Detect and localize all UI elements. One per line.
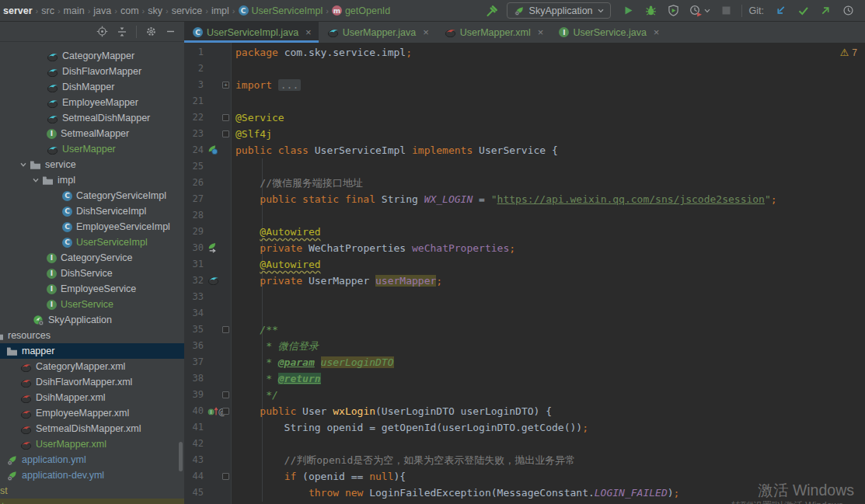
hide-panel-minus-icon[interactable] [166,26,176,36]
tree-item[interactable]: ISetmealMapper [0,126,184,141]
code-line[interactable]: 31 @Autowired [184,256,865,273]
code-line[interactable]: 24public class UserServiceImpl implement… [184,142,865,158]
profiler-button[interactable] [689,3,712,19]
line-number[interactable]: 40 [184,403,207,419]
fold-expand-icon[interactable]: + [222,82,229,89]
line-number[interactable]: 42 [184,436,207,452]
line-number[interactable]: 3 [184,77,207,93]
autowired-gutter-icon[interactable] [208,242,218,253]
fold-collapse-icon[interactable] [222,391,229,398]
line-number[interactable]: 30 [184,240,207,256]
code-line[interactable]: 22@Service [184,109,865,126]
chevron-down-icon[interactable] [32,176,40,184]
line-number[interactable]: 1 [184,44,207,61]
collapse-all-icon[interactable] [117,26,127,37]
line-number[interactable]: 35 [184,322,207,338]
tree-item[interactable]: SetmealDishMapper.xml [0,421,184,436]
code-editor[interactable]: 1package com.sky.service.impl;23+import … [184,43,865,504]
code-line[interactable]: 21 [184,93,865,109]
tree-item[interactable]: DishMapper [0,79,184,95]
tree-item[interactable]: application.yml [0,452,184,468]
fold-collapse-icon[interactable] [222,408,229,415]
spring-bean-gutter-icon[interactable] [208,144,218,155]
settings-gear-icon[interactable] [145,26,157,37]
code-line[interactable]: 28 [184,207,865,224]
line-number[interactable]: 24 [184,142,207,158]
breadcrumb-item[interactable]: service [172,5,203,16]
breadcrumb-item[interactable]: impl [211,5,229,16]
tree-item[interactable]: CategoryMapper [0,48,184,64]
close-icon[interactable]: × [654,27,660,37]
line-number[interactable]: 32 [184,273,207,289]
fold-collapse-icon[interactable] [222,473,229,480]
code-line[interactable]: 30 private WeChatProperties weChatProper… [184,240,865,256]
tree-item[interactable]: ICategoryService [0,250,184,266]
run-with-coverage-button[interactable] [666,3,682,19]
line-number[interactable]: 45 [184,485,207,501]
line-number[interactable]: 46 [184,501,207,504]
line-number[interactable]: 25 [184,158,207,175]
code-line[interactable]: 29 @Autowired [184,224,865,240]
code-line[interactable]: 33 [184,289,865,305]
line-number[interactable]: 21 [184,93,207,109]
tree-item[interactable]: EmployeeMapper [0,95,184,110]
tree-item[interactable]: application-dev.yml [0,468,184,483]
line-number[interactable]: 2 [184,61,207,77]
code-line[interactable]: 42 [184,436,865,452]
code-line[interactable]: 37 * @param userLoginDTO [184,354,865,370]
close-icon[interactable]: × [538,27,544,37]
breadcrumb-item[interactable]: CUserServiceImpl [239,5,323,16]
tree-item[interactable]: SkyApplication [0,312,184,328]
code-line[interactable]: 41 String openid = getOpenId(userLoginDT… [184,419,865,436]
line-number[interactable]: 26 [184,175,207,191]
code-line[interactable]: 1package com.sky.service.impl; [184,44,865,61]
tree-item[interactable]: UserMapper.xml [0,436,184,452]
run-configuration-select[interactable]: SkyApplication [507,2,611,19]
code-line[interactable]: 27 public static final String WX_LOGIN =… [184,191,865,207]
code-line[interactable]: 43 //判断openid是否为空，如果为空表示登陆失败，抛出业务异常 [184,452,865,468]
line-number[interactable]: 38 [184,370,207,387]
tree-item[interactable]: SetmealDishMapper [0,110,184,126]
locate-target-icon[interactable] [96,26,108,37]
fold-collapse-icon[interactable] [222,114,229,121]
tree-item[interactable]: CCategoryServiceImpl [0,188,184,203]
breadcrumb[interactable]: server›src›main›java›com›sky›service›imp… [0,5,390,16]
line-number[interactable]: 39 [184,387,207,403]
editor-tab[interactable]: UserMapper.xml× [436,22,551,43]
git-push-button[interactable] [818,3,833,19]
code-line[interactable]: 25 [184,158,865,175]
breadcrumb-item[interactable]: com [120,5,139,16]
code-line[interactable]: 36 * 微信登录 [184,338,865,354]
stop-button[interactable] [719,3,734,19]
breadcrumb-item[interactable]: java [93,5,111,16]
tree-item[interactable]: IEmployeeService [0,281,184,297]
tree-scrollbar[interactable] [179,442,183,471]
fold-collapse-icon[interactable] [222,326,229,333]
inspections-widget[interactable]: ⚠ 7 [840,47,857,58]
code-line[interactable]: 34 [184,305,865,322]
code-line[interactable]: 35 /** [184,322,865,338]
tree-item[interactable]: DsihMapper.xml [0,390,184,405]
line-number[interactable]: 41 [184,419,207,436]
breadcrumb-item[interactable]: main [64,5,85,16]
code-line[interactable]: 26 //微信服务端接口地址 [184,175,865,191]
code-line[interactable]: 38 * @return [184,370,865,387]
tree-item[interactable]: CUserServiceImpl [0,235,184,250]
line-number[interactable]: 37 [184,354,207,370]
code-line[interactable]: 40I@ public User wxLogin(UserLoginDTO us… [184,403,865,419]
tree-item[interactable]: DishFlavorMapper [0,64,184,79]
breadcrumb-item[interactable]: src [41,5,54,16]
tree-item[interactable]: CategoryMapper.xml [0,359,184,374]
line-number[interactable]: 33 [184,289,207,305]
tree-item[interactable]: IDishService [0,266,184,281]
code-line[interactable]: 39 */ [184,387,865,403]
tree-item[interactable]: service [0,157,184,172]
code-line[interactable]: 2 [184,61,865,77]
breadcrumb-item[interactable]: server [3,5,33,16]
breadcrumb-item[interactable]: mgetOpenId [332,5,390,16]
debug-button[interactable] [644,3,659,19]
line-number[interactable]: 31 [184,256,207,273]
line-number[interactable]: 36 [184,338,207,354]
code-area[interactable]: 1package com.sky.service.impl;23+import … [184,44,865,504]
build-hammer-icon[interactable] [484,3,500,19]
